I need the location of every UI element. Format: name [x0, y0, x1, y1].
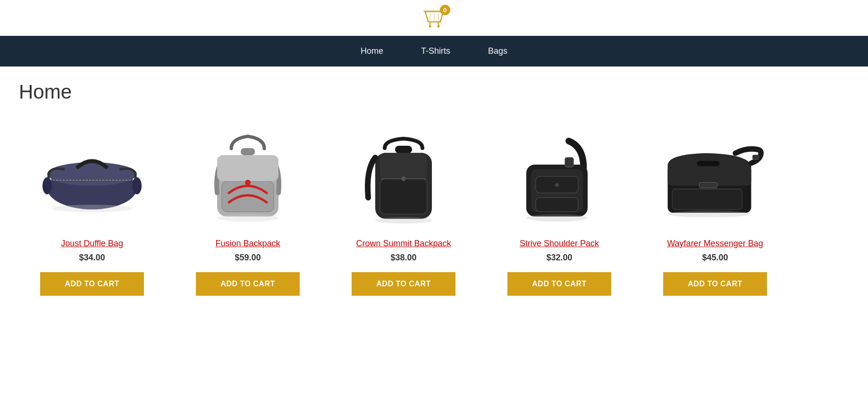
product-card-strive-shoulder: Strive Shoulder Pack $32.00 ADD TO CART [486, 122, 632, 305]
add-to-cart-joust-duffle[interactable]: ADD TO CART [40, 272, 144, 296]
svg-point-20 [245, 180, 251, 185]
svg-point-11 [47, 162, 137, 186]
add-to-cart-crown-summit[interactable]: ADD TO CART [352, 272, 455, 296]
svg-line-3 [430, 22, 430, 25]
product-card-wayfarer-messenger: Wayfarer Messenger Bag $45.00 ADD TO CAR… [642, 122, 788, 305]
svg-rect-38 [699, 183, 717, 188]
svg-rect-23 [395, 146, 412, 153]
svg-point-35 [555, 183, 559, 187]
svg-rect-25 [380, 153, 427, 179]
svg-line-7 [430, 13, 430, 21]
product-card-joust-duffle: Joust Duffle Bag $34.00 ADD TO CART [19, 122, 165, 305]
svg-point-15 [52, 205, 132, 212]
page-title: Home [19, 81, 849, 103]
product-image-joust-duffle [24, 127, 160, 231]
svg-point-13 [42, 177, 52, 194]
svg-rect-19 [217, 155, 278, 181]
product-name-joust-duffle[interactable]: Joust Duffle Bag [61, 238, 123, 249]
svg-rect-24 [380, 179, 427, 214]
nav-item-tshirts[interactable]: T-Shirts [421, 46, 450, 56]
product-name-crown-summit[interactable]: Crown Summit Backpack [356, 238, 451, 249]
product-card-fusion-backpack: Fusion Backpack $59.00 ADD TO CART [175, 122, 321, 305]
nav-bar: Home T-Shirts Bags [0, 36, 868, 67]
nav-item-bags[interactable]: Bags [488, 46, 507, 56]
top-bar: 0 [0, 0, 868, 36]
svg-rect-41 [752, 155, 758, 159]
products-grid: Joust Duffle Bag $34.00 ADD TO CART [19, 122, 849, 305]
product-image-fusion-backpack [179, 127, 316, 231]
product-image-crown-summit [335, 127, 472, 231]
product-price-crown-summit: $38.00 [390, 253, 416, 263]
svg-line-4 [438, 22, 439, 25]
wayfarer-messenger-illustration [663, 141, 767, 217]
fusion-backpack-illustration [205, 132, 290, 226]
crown-summit-illustration [361, 132, 446, 226]
svg-rect-39 [672, 189, 742, 209]
svg-point-5 [429, 25, 431, 28]
svg-rect-34 [565, 158, 573, 167]
page-content: Home [0, 67, 868, 333]
cart-button[interactable]: 0 [423, 7, 446, 31]
add-to-cart-wayfarer-messenger[interactable]: ADD TO CART [663, 272, 767, 296]
svg-point-21 [217, 214, 278, 222]
product-name-strive-shoulder[interactable]: Strive Shoulder Pack [520, 238, 599, 249]
svg-point-14 [132, 177, 142, 194]
svg-rect-33 [536, 198, 578, 212]
strive-shoulder-illustration [512, 132, 607, 226]
product-price-strive-shoulder: $32.00 [546, 253, 572, 263]
product-name-wayfarer-messenger[interactable]: Wayfarer Messenger Bag [667, 238, 763, 249]
svg-rect-17 [241, 148, 255, 155]
cart-count-badge: 0 [440, 5, 450, 15]
add-to-cart-strive-shoulder[interactable]: ADD TO CART [507, 272, 611, 296]
svg-point-6 [437, 25, 439, 28]
svg-line-9 [438, 13, 439, 21]
product-name-fusion-backpack[interactable]: Fusion Backpack [215, 238, 280, 249]
add-to-cart-fusion-backpack[interactable]: ADD TO CART [196, 272, 300, 296]
product-price-wayfarer-messenger: $45.00 [702, 253, 728, 263]
product-price-fusion-backpack: $59.00 [235, 253, 261, 263]
product-image-strive-shoulder [491, 127, 628, 231]
duffle-bag-illustration [40, 143, 144, 214]
product-image-wayfarer-messenger [647, 127, 784, 231]
svg-point-29 [375, 217, 432, 224]
product-card-crown-summit: Crown Summit Backpack $38.00 ADD TO CART [330, 122, 477, 305]
svg-point-36 [526, 214, 588, 222]
product-price-joust-duffle: $34.00 [79, 253, 105, 263]
svg-rect-40 [697, 161, 720, 166]
nav-item-home[interactable]: Home [361, 46, 383, 56]
